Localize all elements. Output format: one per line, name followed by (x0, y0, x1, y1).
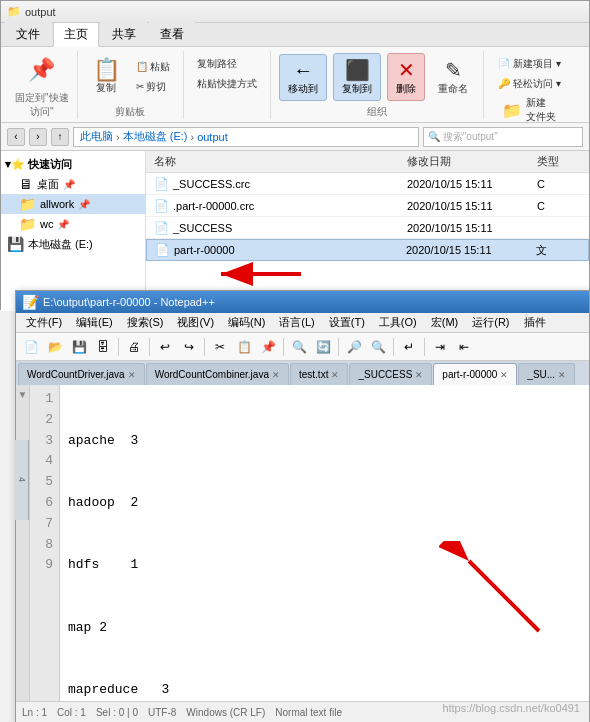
menu-settings[interactable]: 设置(T) (323, 313, 371, 332)
menu-file[interactable]: 文件(F) (20, 313, 68, 332)
quick-access-header[interactable]: ▾ ⭐ 快速访问 (1, 155, 145, 174)
np-tab-1[interactable]: WordCountCombiner.java ✕ (146, 363, 289, 385)
paste-button[interactable]: 📋 粘贴 (131, 58, 176, 76)
replace-btn[interactable]: 🔄 (312, 336, 334, 358)
col-header-type[interactable]: 类型 (529, 154, 589, 169)
status-ln: Ln : 1 (22, 707, 47, 718)
np-tab-label-2: test.txt (299, 369, 328, 380)
tab-home[interactable]: 主页 (53, 22, 99, 47)
status-col: Col : 1 (57, 707, 86, 718)
menu-search[interactable]: 搜索(S) (121, 313, 170, 332)
zoom-out-btn[interactable]: 🔍 (367, 336, 389, 358)
copy-button[interactable]: 📋 复制 (86, 56, 127, 98)
menu-encoding[interactable]: 编码(N) (222, 313, 271, 332)
search-box[interactable]: 🔍 搜索"output" (423, 127, 583, 147)
menu-tools[interactable]: 工具(O) (373, 313, 423, 332)
sidebar-item-desktop[interactable]: 🖥 桌面 📌 (1, 174, 145, 194)
new-project-button[interactable]: 📄 新建项目 ▾ (493, 55, 566, 73)
np-tab-close-3[interactable]: ✕ (415, 370, 423, 380)
new-file-btn[interactable]: 📄 (20, 336, 42, 358)
cut-btn[interactable]: ✂ (209, 336, 231, 358)
up-button[interactable]: ↑ (51, 128, 69, 146)
sidebar-item-allwork[interactable]: 📁 allwork 📌 (1, 194, 145, 214)
back-button[interactable]: ‹ (7, 128, 25, 146)
file-row-3[interactable]: 📄 part-r-00000 2020/10/15 15:11 文 (146, 239, 589, 261)
np-tab-active-label: part-r-00000 (442, 369, 497, 380)
menu-run[interactable]: 运行(R) (466, 313, 515, 332)
menu-macro[interactable]: 宏(M) (425, 313, 465, 332)
file-row-0[interactable]: 📄 _SUCCESS.crc 2020/10/15 15:11 C (146, 173, 589, 195)
copy-to-button[interactable]: ⬛ 复制到 (333, 53, 381, 101)
ribbon-tabs: 文件 主页 共享 查看 (1, 23, 589, 47)
easy-access-button[interactable]: 🔑 轻松访问 ▾ (493, 75, 566, 93)
address-path[interactable]: 此电脑 › 本地磁盘 (E:) › output (73, 127, 419, 147)
path-drive[interactable]: 本地磁盘 (E:) (123, 129, 188, 144)
file-type-1: C (529, 200, 589, 212)
np-tab-close-4[interactable]: ✕ (558, 370, 566, 380)
zoom-in-btn[interactable]: 🔎 (343, 336, 365, 358)
menu-edit[interactable]: 编辑(E) (70, 313, 119, 332)
status-eol: Windows (CR LF) (186, 707, 265, 718)
sidebar-item-wc[interactable]: 📁 wc 📌 (1, 214, 145, 234)
save-all-btn[interactable]: 🗄 (92, 336, 114, 358)
np-tab-active[interactable]: part-r-00000 ✕ (433, 363, 517, 385)
code-line-5: mapreduce 3 (68, 680, 581, 701)
file-date-3: 2020/10/15 15:11 (398, 244, 528, 256)
outdent-btn[interactable]: ⇤ (453, 336, 475, 358)
menu-plugins[interactable]: 插件 (518, 313, 552, 332)
np-tab-2[interactable]: test.txt ✕ (290, 363, 348, 385)
col-header-date[interactable]: 修改日期 (399, 154, 529, 169)
tab-view[interactable]: 查看 (149, 22, 195, 46)
rename-button[interactable]: ✎ 重命名 (431, 55, 475, 99)
np-tab-0[interactable]: WordCountDriver.java ✕ (18, 363, 145, 385)
col-header-name[interactable]: 名称 (146, 154, 399, 169)
sidebar-item-drive[interactable]: 💾 本地磁盘 (E:) (1, 234, 145, 254)
np-tab-close-1[interactable]: ✕ (272, 370, 280, 380)
indent-btn[interactable]: ⇥ (429, 336, 451, 358)
np-tab-close-2[interactable]: ✕ (331, 370, 339, 380)
pin-quick-access-button[interactable]: 📌 (21, 56, 62, 84)
explorer-title-bar: 📁 output (1, 1, 589, 23)
np-tab-active-close[interactable]: ✕ (500, 370, 508, 380)
move-to-button[interactable]: ← 移动到 (279, 54, 327, 101)
code-line-3: hdfs 1 (68, 555, 581, 576)
forward-button[interactable]: › (29, 128, 47, 146)
menu-language[interactable]: 语言(L) (273, 313, 320, 332)
new-folder-button[interactable]: 📁 新建文件夹 (495, 93, 563, 127)
ribbon-group-clipboard: 📋 复制 📋 粘贴 ✂ 剪切 剪贴板 (78, 51, 185, 119)
undo-btn[interactable]: ↩ (154, 336, 176, 358)
ribbon-group-actions: ← 移动到 ⬛ 复制到 ✕ 删除 ✎ 重命名 (271, 51, 484, 119)
copy-path-button[interactable]: 复制路径 (192, 55, 262, 73)
delete-button[interactable]: ✕ 删除 (387, 53, 425, 101)
wc-label: wc (40, 218, 53, 230)
redo-btn[interactable]: ↪ (178, 336, 200, 358)
print-btn[interactable]: 🖨 (123, 336, 145, 358)
find-btn[interactable]: 🔍 (288, 336, 310, 358)
copy-btn[interactable]: 📋 (233, 336, 255, 358)
np-tab-3[interactable]: _SUCCESS ✕ (349, 363, 432, 385)
path-computer[interactable]: 此电脑 (80, 129, 113, 144)
folder-icon: 📁 (7, 5, 21, 18)
open-file-btn[interactable]: 📂 (44, 336, 66, 358)
wrap-btn[interactable]: ↵ (398, 336, 420, 358)
np-tab-4[interactable]: _SU... ✕ (518, 363, 575, 385)
paste-shortcut-button[interactable]: 粘贴快捷方式 (192, 75, 262, 93)
tab-file[interactable]: 文件 (5, 22, 51, 46)
file-row-2[interactable]: 📄 _SUCCESS 2020/10/15 15:11 (146, 217, 589, 239)
file-row-1[interactable]: 📄 .part-r-00000.crc 2020/10/15 15:11 C (146, 195, 589, 217)
np-code-area[interactable]: apache 3 hadoop 2 hdfs 1 map 2 mapreduce… (60, 385, 589, 701)
save-file-btn[interactable]: 💾 (68, 336, 90, 358)
path-folder[interactable]: output (197, 131, 228, 143)
fold-marker: ▼ (18, 389, 28, 400)
copy-to-label: 复制到 (342, 82, 372, 96)
tab-share[interactable]: 共享 (101, 22, 147, 46)
drive-label: 本地磁盘 (E:) (28, 237, 93, 252)
line-num-8: 8 (30, 535, 53, 556)
explorer-title: output (25, 6, 56, 18)
cut-button[interactable]: ✂ 剪切 (131, 78, 176, 96)
menu-view[interactable]: 视图(V) (171, 313, 220, 332)
line-num-2: 2 (30, 410, 53, 431)
paste-btn[interactable]: 📌 (257, 336, 279, 358)
np-tab-close-0[interactable]: ✕ (128, 370, 136, 380)
file-icon-0: 📄 (154, 177, 169, 191)
